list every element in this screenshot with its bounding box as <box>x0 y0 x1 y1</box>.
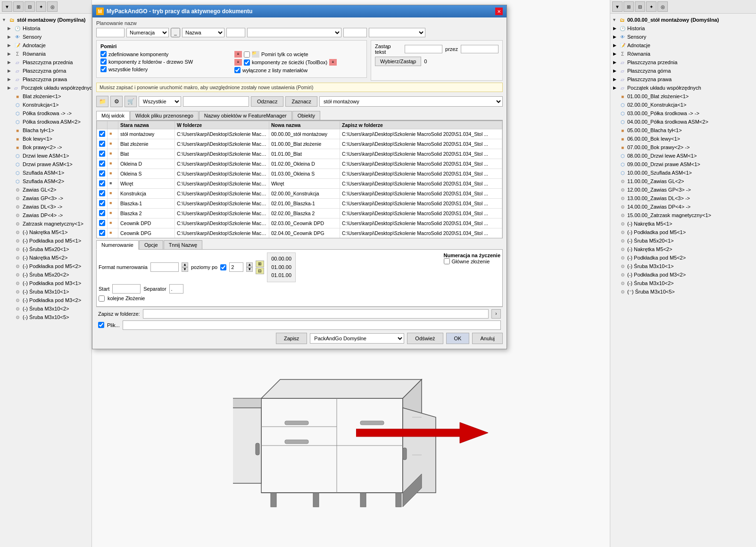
row-checkbox[interactable] <box>99 220 105 226</box>
left-tree-item[interactable]: ⚙(-) Śruba M5x20<1> <box>0 245 91 253</box>
row-checkbox[interactable] <box>99 160 105 167</box>
tab-obiekty[interactable]: Obiekty <box>292 111 320 120</box>
row-checkbox[interactable] <box>99 210 105 216</box>
left-tree-item[interactable]: ■Bok lewy<1> <box>0 135 91 143</box>
anuluj-btn[interactable]: Anuluj <box>472 333 503 344</box>
poziomy-up[interactable]: ▲ <box>246 262 253 267</box>
poziomy-down[interactable]: ▼ <box>246 267 253 272</box>
left-tree-item[interactable]: ⚙(-) Śruba M3x10<5> <box>0 313 91 321</box>
toolbar-odznacz-btn[interactable]: Odznacz <box>251 96 283 107</box>
left-tree-item[interactable]: ■Blacha tył<1> <box>0 126 91 135</box>
right-tree-item[interactable]: ▶▱Początek układu współrzędnych <box>610 84 756 92</box>
naming-select-4[interactable] <box>369 28 425 37</box>
left-tree-item[interactable]: ⚙(-) Podkładka pod M3<2> <box>0 296 91 304</box>
toolbar-open-btn[interactable]: 📁 <box>96 96 108 107</box>
right-tree-item[interactable]: ⬡09.00.00_Drzwi prawe ASM<1> <box>610 160 756 168</box>
cb-toolbox[interactable] <box>244 59 250 66</box>
cb-zdefiniowane[interactable] <box>100 51 107 57</box>
format-down[interactable]: ▼ <box>182 267 188 272</box>
left-tree-item[interactable]: ⚙(-) Śruba M3x10<1> <box>0 287 91 296</box>
format-input[interactable] <box>150 262 179 272</box>
left-tree-item[interactable]: ▶▱Płaszczyzna przednia <box>0 58 91 67</box>
naming-select-2[interactable]: Nazwa <box>182 28 224 37</box>
bottom-tab-tnnij[interactable]: Tnnij Nazwę <box>164 240 203 249</box>
right-tree-item[interactable]: ■01.00.00_Blat złożenie<1> <box>610 92 756 101</box>
zastap-input-1[interactable] <box>405 45 442 53</box>
left-tree-item[interactable]: ⚙(-) Nakrętka M5<2> <box>0 253 91 262</box>
naming-select-1[interactable]: Numeracja <box>126 28 169 37</box>
right-tree-item[interactable]: ⚙(-) Śruba M3x10<2> <box>610 279 756 287</box>
rtb3[interactable]: ✦ <box>646 1 656 12</box>
left-tree-item[interactable]: ⬡Drzwi prawe ASM<1> <box>0 160 91 168</box>
toolbar-stol-dropdown[interactable]: stół montażowy <box>319 96 503 107</box>
left-tree-item[interactable]: ▶▱Początek układu współrzędnych <box>0 84 91 92</box>
cb-tylk[interactable] <box>244 51 250 58</box>
right-tree-item[interactable]: ⚙(⁻) Śruba M3x10<5> <box>610 287 756 296</box>
right-tree-item[interactable]: ⚙(-) Nakrętka M5<2> <box>610 245 756 253</box>
row-checkbox[interactable] <box>99 180 105 186</box>
right-tree-item[interactable]: ■06.00.00_Bok lewy<1> <box>610 135 756 143</box>
toolbar-settings-btn[interactable]: ⚙ <box>110 96 123 107</box>
rtb4[interactable]: ◎ <box>657 1 668 12</box>
tab-widok-pliku[interactable]: Widok pliku przenosnego <box>130 111 199 120</box>
right-tree-item[interactable]: ▶▱Płaszczyzna górna <box>610 67 756 75</box>
left-tree-item[interactable]: ▶▱Płaszczyzna prawa <box>0 75 91 84</box>
tb4[interactable]: ◎ <box>47 1 58 12</box>
poziomy-cb[interactable] <box>220 264 226 270</box>
plik-input[interactable] <box>123 320 501 330</box>
zapisz-profile-dropdown[interactable]: PackAndGo Domyślne <box>310 333 404 344</box>
left-tree-item[interactable]: ▶ΣRównania <box>0 50 91 58</box>
left-tree-item[interactable]: ▶🕐Historia <box>0 24 91 33</box>
format-up[interactable]: ▲ <box>182 262 188 267</box>
left-tree-item[interactable]: ⚙Zawias DL<3> -> <box>0 202 91 211</box>
wybierz-zastap-btn[interactable]: Wybierz/Zastąp <box>375 57 421 66</box>
row-checkbox[interactable] <box>99 141 105 147</box>
toolbar-search-input[interactable] <box>183 96 249 107</box>
right-tree-item[interactable]: ▶ΣRównania <box>610 50 756 58</box>
rtb2[interactable]: ⊟ <box>635 1 645 12</box>
left-tree-item[interactable]: ⚙Zawias DP<4> -> <box>0 211 91 219</box>
right-tree-item[interactable]: ⚙12.00.00_Zawias GP<3> -> <box>610 185 756 194</box>
ok-btn[interactable]: OK <box>446 333 470 344</box>
bottom-tab-opcje[interactable]: Opcje <box>139 240 163 249</box>
right-tree-item[interactable]: ⚙15.00.00_Zatrzask magnetyczny<1> <box>610 211 756 219</box>
row-checkbox[interactable] <box>99 200 105 206</box>
separator-input[interactable] <box>169 284 183 294</box>
right-tree-item[interactable]: ▶🕐Historia <box>610 24 756 33</box>
odswiez-btn[interactable]: Odśwież <box>407 333 443 344</box>
row-checkbox[interactable] <box>99 151 105 157</box>
left-tree-item[interactable]: ⚙Zawias GL<2> <box>0 185 91 194</box>
zapisz-folder-scroll-btn[interactable]: › <box>491 309 501 319</box>
right-tree-item[interactable]: ⬡08.00.00_Drzwi lewe ASM<1> <box>610 151 756 160</box>
row-checkbox[interactable] <box>99 170 105 177</box>
right-tree-item[interactable]: ⚙(-) Podkładka pod M5<1> <box>610 228 756 236</box>
right-tree-item[interactable]: ■07.00.00_Bok prawy<2> -> <box>610 143 756 151</box>
left-tree-item[interactable]: ⬡Konstrukcja<1> <box>0 101 91 109</box>
rtb1[interactable]: ⊞ <box>623 1 634 12</box>
right-tree-item[interactable]: ⚙(-) Podkładka pod M5<2> <box>610 253 756 262</box>
dialog-close-btn[interactable]: ✕ <box>495 8 503 15</box>
left-tree-item[interactable]: ⬡Szuflada ASM<1> <box>0 168 91 177</box>
left-tree-item[interactable]: ⚙(-) Podkładka pod M5<2> <box>0 262 91 270</box>
zapisz-folder-input[interactable] <box>143 309 489 319</box>
right-tree-item[interactable]: ⬡04.00.00_Półka środkowa ASM<2> <box>610 118 756 126</box>
naming-input-3[interactable] <box>343 28 367 37</box>
cb-wszystkie[interactable] <box>100 66 107 72</box>
right-tree-item[interactable]: ⚙(-) Podkładka pod M3<2> <box>610 270 756 279</box>
zapisz-btn[interactable]: Zapisz <box>276 333 307 344</box>
cb-foldery[interactable] <box>100 59 107 65</box>
right-tree-item[interactable]: ▶📝Adnotacje <box>610 41 756 50</box>
left-tree-item[interactable]: ■Blat złożenie<1> <box>0 92 91 101</box>
left-tree-item[interactable]: ⚙Zawias GP<3> -> <box>0 194 91 202</box>
right-tree-item[interactable]: ⬡10.00.00_Szuflada ASM<1> <box>610 168 756 177</box>
left-root-item[interactable]: ▼ 🗂 stół montażowy (Domyślna) <box>0 16 91 24</box>
naming-select-3[interactable] <box>247 28 341 37</box>
left-tree-item[interactable]: ⬡Drzwi lewe ASM<1> <box>0 151 91 160</box>
glowne-cb[interactable] <box>444 258 450 264</box>
left-tree-item[interactable]: ⚙(-) Śruba M5x20<2> <box>0 270 91 279</box>
left-tree-item[interactable]: ▶👁Sensory <box>0 33 91 41</box>
naming-input-1[interactable] <box>96 28 125 37</box>
left-tree-item[interactable]: ⬡Szuflada ASM<2> <box>0 177 91 185</box>
right-tree-item[interactable]: ⬡03.00.00_Półka środkowa -> -> <box>610 109 756 118</box>
right-tree-item[interactable]: ▶👁Sensory <box>610 33 756 41</box>
